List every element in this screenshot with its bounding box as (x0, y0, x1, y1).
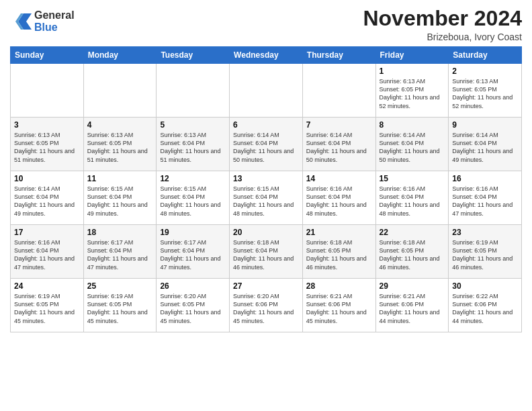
logo-text: General Blue (34, 9, 75, 33)
calendar-cell (302, 64, 375, 118)
weekday-header-tuesday: Tuesday (157, 47, 230, 64)
day-info: Sunrise: 6:13 AMSunset: 6:05 PMDaylight:… (380, 77, 445, 110)
calendar-cell: 19Sunrise: 6:17 AMSunset: 6:04 PMDayligh… (157, 225, 230, 279)
day-number: 9 (452, 120, 518, 130)
week-row-3: 10Sunrise: 6:14 AMSunset: 6:04 PMDayligh… (11, 171, 522, 225)
day-number: 27 (233, 281, 299, 291)
day-number: 20 (233, 228, 299, 237)
calendar-cell: 18Sunrise: 6:17 AMSunset: 6:04 PMDayligh… (83, 225, 157, 279)
day-number: 21 (306, 228, 372, 237)
calendar: SundayMondayTuesdayWednesdayThursdayFrid… (10, 46, 522, 332)
day-info: Sunrise: 6:18 AMSunset: 6:04 PMDaylight:… (233, 238, 299, 271)
day-number: 22 (380, 228, 445, 237)
calendar-cell: 17Sunrise: 6:16 AMSunset: 6:04 PMDayligh… (11, 225, 84, 279)
calendar-cell: 24Sunrise: 6:19 AMSunset: 6:05 PMDayligh… (11, 279, 84, 332)
week-row-1: 1Sunrise: 6:13 AMSunset: 6:05 PMDaylight… (11, 64, 522, 118)
day-number: 8 (380, 120, 445, 130)
day-number: 14 (306, 174, 372, 183)
day-number: 26 (160, 281, 226, 291)
day-number: 18 (87, 228, 153, 237)
day-info: Sunrise: 6:20 AMSunset: 6:06 PMDaylight:… (233, 292, 299, 325)
calendar-cell: 1Sunrise: 6:13 AMSunset: 6:05 PMDaylight… (375, 64, 449, 118)
day-info: Sunrise: 6:14 AMSunset: 6:04 PMDaylight:… (233, 131, 299, 164)
calendar-cell: 26Sunrise: 6:20 AMSunset: 6:05 PMDayligh… (157, 279, 230, 332)
day-info: Sunrise: 6:15 AMSunset: 6:04 PMDaylight:… (233, 185, 299, 218)
calendar-cell: 27Sunrise: 6:20 AMSunset: 6:06 PMDayligh… (230, 279, 303, 332)
page: General Blue November 2024 Brizeboua, Iv… (0, 0, 532, 411)
calendar-cell: 30Sunrise: 6:22 AMSunset: 6:06 PMDayligh… (449, 279, 522, 332)
weekday-header-monday: Monday (83, 47, 157, 64)
calendar-cell: 23Sunrise: 6:19 AMSunset: 6:05 PMDayligh… (449, 225, 522, 279)
day-info: Sunrise: 6:17 AMSunset: 6:04 PMDaylight:… (87, 238, 153, 271)
day-info: Sunrise: 6:21 AMSunset: 6:06 PMDaylight:… (380, 292, 445, 325)
calendar-cell: 21Sunrise: 6:18 AMSunset: 6:05 PMDayligh… (302, 225, 375, 279)
calendar-cell: 7Sunrise: 6:14 AMSunset: 6:04 PMDaylight… (302, 118, 375, 171)
day-info: Sunrise: 6:13 AMSunset: 6:04 PMDaylight:… (160, 131, 226, 164)
calendar-cell: 22Sunrise: 6:18 AMSunset: 6:05 PMDayligh… (375, 225, 449, 279)
day-info: Sunrise: 6:13 AMSunset: 6:05 PMDaylight:… (87, 131, 153, 164)
month-title: November 2024 (363, 7, 522, 30)
calendar-cell: 14Sunrise: 6:16 AMSunset: 6:04 PMDayligh… (302, 171, 375, 225)
day-info: Sunrise: 6:13 AMSunset: 6:05 PMDaylight:… (14, 131, 80, 164)
day-number: 12 (160, 174, 226, 183)
day-info: Sunrise: 6:13 AMSunset: 6:05 PMDaylight:… (452, 77, 518, 110)
location: Brizeboua, Ivory Coast (363, 32, 522, 42)
day-number: 24 (14, 281, 80, 291)
calendar-cell: 9Sunrise: 6:14 AMSunset: 6:04 PMDaylight… (449, 118, 522, 171)
calendar-cell: 4Sunrise: 6:13 AMSunset: 6:05 PMDaylight… (83, 118, 157, 171)
day-info: Sunrise: 6:15 AMSunset: 6:04 PMDaylight:… (87, 185, 153, 218)
day-info: Sunrise: 6:22 AMSunset: 6:06 PMDaylight:… (452, 292, 518, 325)
day-info: Sunrise: 6:18 AMSunset: 6:05 PMDaylight:… (306, 238, 372, 271)
day-number: 19 (160, 228, 226, 237)
day-number: 25 (87, 281, 153, 291)
calendar-cell: 20Sunrise: 6:18 AMSunset: 6:04 PMDayligh… (230, 225, 303, 279)
day-info: Sunrise: 6:15 AMSunset: 6:04 PMDaylight:… (160, 185, 226, 218)
day-number: 3 (14, 120, 80, 130)
day-number: 6 (233, 120, 299, 130)
logo: General Blue (10, 9, 75, 33)
calendar-cell (83, 64, 157, 118)
calendar-cell: 11Sunrise: 6:15 AMSunset: 6:04 PMDayligh… (83, 171, 157, 225)
calendar-header: SundayMondayTuesdayWednesdayThursdayFrid… (11, 47, 522, 64)
day-info: Sunrise: 6:16 AMSunset: 6:04 PMDaylight:… (306, 185, 372, 218)
weekday-header-friday: Friday (375, 47, 449, 64)
title-block: November 2024 Brizeboua, Ivory Coast (363, 7, 522, 42)
day-info: Sunrise: 6:14 AMSunset: 6:04 PMDaylight:… (306, 131, 372, 164)
day-info: Sunrise: 6:14 AMSunset: 6:04 PMDaylight:… (452, 131, 518, 164)
calendar-cell: 6Sunrise: 6:14 AMSunset: 6:04 PMDaylight… (230, 118, 303, 171)
day-number: 29 (380, 281, 445, 291)
week-row-5: 24Sunrise: 6:19 AMSunset: 6:05 PMDayligh… (11, 279, 522, 332)
calendar-cell: 12Sunrise: 6:15 AMSunset: 6:04 PMDayligh… (157, 171, 230, 225)
calendar-cell (157, 64, 230, 118)
day-number: 28 (306, 281, 372, 291)
day-info: Sunrise: 6:19 AMSunset: 6:05 PMDaylight:… (452, 238, 518, 271)
calendar-cell: 5Sunrise: 6:13 AMSunset: 6:04 PMDaylight… (157, 118, 230, 171)
logo-general: General (34, 9, 75, 21)
day-info: Sunrise: 6:20 AMSunset: 6:05 PMDaylight:… (160, 292, 226, 325)
week-row-4: 17Sunrise: 6:16 AMSunset: 6:04 PMDayligh… (11, 225, 522, 279)
calendar-cell: 13Sunrise: 6:15 AMSunset: 6:04 PMDayligh… (230, 171, 303, 225)
day-number: 11 (87, 174, 153, 183)
day-number: 15 (380, 174, 445, 183)
day-info: Sunrise: 6:18 AMSunset: 6:05 PMDaylight:… (380, 238, 445, 271)
day-info: Sunrise: 6:21 AMSunset: 6:06 PMDaylight:… (306, 292, 372, 325)
weekday-header-thursday: Thursday (302, 47, 375, 64)
header: General Blue November 2024 Brizeboua, Iv… (10, 7, 522, 42)
calendar-cell (230, 64, 303, 118)
calendar-body: 1Sunrise: 6:13 AMSunset: 6:05 PMDaylight… (11, 64, 522, 332)
calendar-cell: 16Sunrise: 6:16 AMSunset: 6:04 PMDayligh… (449, 171, 522, 225)
weekday-header-saturday: Saturday (449, 47, 522, 64)
calendar-cell: 3Sunrise: 6:13 AMSunset: 6:05 PMDaylight… (11, 118, 84, 171)
day-number: 16 (452, 174, 518, 183)
week-row-2: 3Sunrise: 6:13 AMSunset: 6:05 PMDaylight… (11, 118, 522, 171)
logo-icon (10, 11, 32, 32)
day-number: 10 (14, 174, 80, 183)
weekday-row: SundayMondayTuesdayWednesdayThursdayFrid… (11, 47, 522, 64)
day-number: 5 (160, 120, 226, 130)
calendar-cell: 2Sunrise: 6:13 AMSunset: 6:05 PMDaylight… (449, 64, 522, 118)
day-number: 1 (380, 66, 445, 76)
day-info: Sunrise: 6:19 AMSunset: 6:05 PMDaylight:… (14, 292, 80, 325)
day-info: Sunrise: 6:14 AMSunset: 6:04 PMDaylight:… (380, 131, 445, 164)
calendar-cell (11, 64, 84, 118)
day-info: Sunrise: 6:19 AMSunset: 6:05 PMDaylight:… (87, 292, 153, 325)
